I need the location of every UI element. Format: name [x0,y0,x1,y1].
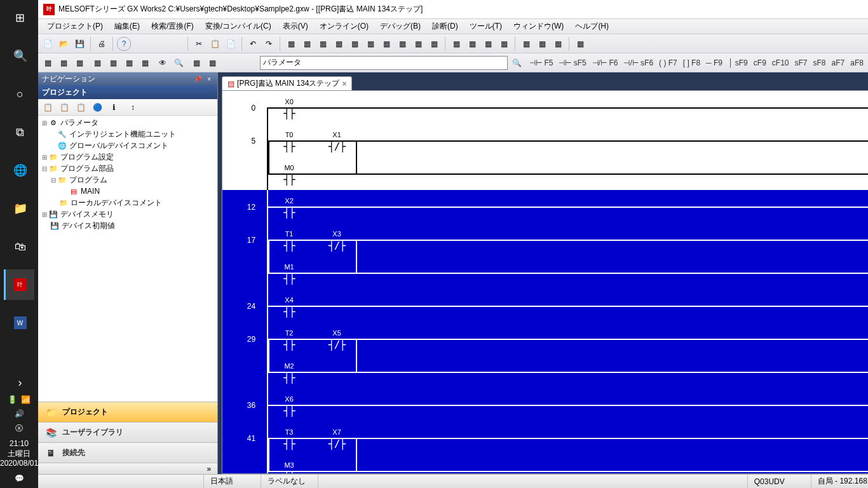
tool-icon[interactable]: ▦ [332,37,346,51]
ladder-rung[interactable]: 0X0┤├K10(T0) [222,91,868,124]
tool-icon[interactable]: ▦ [573,37,587,51]
close-icon[interactable]: × [342,79,346,88]
tool-icon[interactable]: ▦ [138,56,152,70]
ladder-rung[interactable]: 41T3┤├X7┤/├(M3)M3┤├[INCPD3] [222,421,868,473]
contact[interactable]: T1┤├ [276,229,302,252]
find-icon[interactable]: 👁 [156,56,170,70]
tool-icon[interactable]: ▦ [284,37,298,51]
tool-icon[interactable]: 📋 [41,100,55,114]
tree-item-global[interactable]: 🌐グローバルデバイスコメント [38,140,217,151]
menu-help[interactable]: ヘルプ(H) [570,20,614,33]
tool-icon[interactable]: ▦ [519,37,533,51]
contact[interactable]: X2┤├ [276,196,302,219]
ladder-rung[interactable]: 24X4┤├K10(T2) [222,289,868,322]
menu-window[interactable]: ウィンドウ(W) [508,20,569,33]
tree-item-program[interactable]: ⊟📁プログラム [38,174,217,186]
start-button[interactable]: ⊞ [4,3,34,33]
close-icon[interactable]: × [205,74,214,83]
nav-tab-connection[interactable]: 🖥接続先 [38,442,217,463]
word-icon[interactable]: W [4,308,34,338]
ime-icon[interactable]: ⓧ [15,423,23,434]
tool-icon[interactable]: 🔵 [90,100,104,114]
contact[interactable]: M1┤├ [276,262,302,285]
menu-tool[interactable]: ツール(T) [465,20,507,33]
tree-item-parameter[interactable]: ⊞⚙パラメータ [38,117,217,128]
search-icon[interactable]: 🔍 [510,56,524,70]
tool-icon[interactable]: ▦ [551,37,565,51]
menu-edit[interactable]: 編集(E) [109,20,145,33]
ladder-rung[interactable]: 17T1┤├X3┤/├(M1)M1┤├[INCPD1] [222,223,868,289]
taskview-icon[interactable]: ⧉ [4,117,34,147]
wifi-icon[interactable]: 📶 [21,395,31,404]
ladder-rung[interactable]: 12X2┤├K10(T1) [222,190,868,223]
undo-icon[interactable]: ↶ [246,37,260,51]
explorer-icon[interactable]: 📁 [4,193,34,224]
tool-icon[interactable]: ▦ [122,56,136,70]
redo-icon[interactable]: ↷ [262,37,276,51]
battery-icon[interactable]: 🔋 [8,395,17,404]
tool-icon[interactable]: ▦ [57,56,71,70]
menu-debug[interactable]: デバッグ(B) [375,20,426,33]
clock[interactable]: 21:10 土曜日 2020/08/01 [0,439,38,469]
tool-icon[interactable]: ▦ [189,56,203,70]
document-tab[interactable]: ▤ [PRG]書込 MAIN 134ステップ × [222,76,352,90]
menu-compile[interactable]: 変換/コンパイル(C) [200,20,276,33]
help-icon[interactable]: ? [117,37,131,51]
tool-icon[interactable]: ↕ [126,100,140,114]
open-icon[interactable]: 📂 [57,37,71,51]
tool-icon[interactable]: ▦ [72,56,86,70]
tree-item-intel[interactable]: 🔧インテリジェント機能ユニット [38,128,217,140]
contact[interactable]: M2┤├ [276,362,302,384]
project-tree[interactable]: ⊞⚙パラメータ 🔧インテリジェント機能ユニット 🌐グローバルデバイスコメント ⊞… [38,116,217,402]
print-icon[interactable]: 🖨 [95,37,109,51]
parameter-combo[interactable]: パラメータ [260,56,508,70]
tool-icon[interactable]: ▦ [481,37,495,51]
tool-icon[interactable]: ▦ [348,37,362,51]
contact[interactable]: X0┤├ [276,97,302,119]
tool-icon[interactable]: ▦ [379,37,393,51]
tool-icon[interactable]: ℹ [107,100,121,114]
contact-nc[interactable]: X1┤/├ [324,130,349,152]
search-icon[interactable]: 🔍 [4,41,34,71]
contact[interactable]: T0┤├ [276,130,302,152]
tool-icon[interactable]: ▦ [395,37,409,51]
contact-nc[interactable]: X5┤/├ [324,329,349,351]
tool-icon[interactable]: 📋 [74,100,88,114]
cortana-icon[interactable]: ○ [4,79,34,109]
paste-icon[interactable]: 📄 [224,37,238,51]
menu-view[interactable]: 表示(V) [278,20,313,33]
volume-icon[interactable]: 🔊 [15,409,24,418]
tree-item-progparts[interactable]: ⊟📁プログラム部品 [38,163,217,174]
tree-item-localdev[interactable]: 📁ローカルデバイスコメント [38,197,217,208]
pin-icon[interactable]: 📌 [193,74,202,83]
ladder-editor[interactable]: 0X0┤├K10(T0)5T0┤├X1┤/├(M0)M0┤├[INCPD0]12… [222,90,868,474]
tool-icon[interactable]: ▦ [106,56,120,70]
tree-item-devinit[interactable]: 💾デバイス初期値 [38,220,217,231]
chevron-right-icon[interactable]: › [4,375,34,390]
contact-nc[interactable]: X3┤/├ [324,229,349,252]
notifications-icon[interactable]: 💬 [15,474,24,483]
contact-nc[interactable]: X7┤/├ [324,428,349,450]
contact[interactable]: M3┤├ [276,461,302,473]
tool-icon[interactable]: ▦ [90,56,104,70]
ladder-rung[interactable]: 36X6┤├K10(T3) [222,388,868,421]
tool-icon[interactable]: ▦ [41,56,55,70]
menu-find[interactable]: 検索/置換(F) [146,20,199,33]
tool-icon[interactable]: ▦ [316,37,330,51]
contact[interactable]: X6┤├ [276,395,302,417]
tool-icon[interactable]: ▦ [449,37,463,51]
new-icon[interactable]: 📄 [41,37,55,51]
contact[interactable]: X4┤├ [276,295,302,318]
tool-icon[interactable]: ▦ [535,37,549,51]
menu-online[interactable]: オンライン(O) [315,20,374,33]
tree-item-devmem[interactable]: ⊞💾デバイスメモリ [38,208,217,220]
store-icon[interactable]: 🛍 [4,231,34,262]
tree-item-main[interactable]: ▤MAIN [38,186,217,197]
tool-icon[interactable]: ▦ [427,37,441,51]
app-gxworks-icon[interactable]: 叶 [4,269,34,300]
save-icon[interactable]: 💾 [72,37,86,51]
contact[interactable]: T3┤├ [276,428,302,450]
tool-icon[interactable]: 📋 [57,100,71,114]
contact[interactable]: T2┤├ [276,329,302,351]
menu-diag[interactable]: 診断(D) [427,20,463,33]
